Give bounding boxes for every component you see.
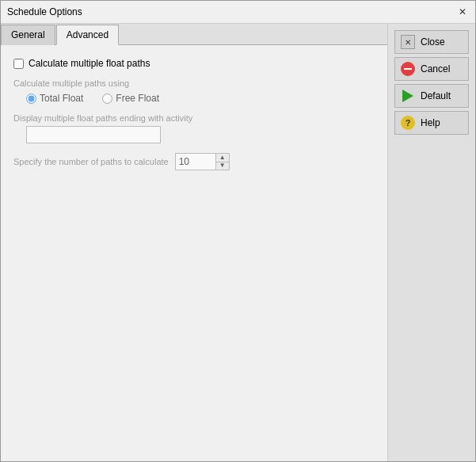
title-bar-close-button[interactable]: ✕ [456, 6, 469, 18]
activity-input[interactable] [26, 126, 161, 143]
calculate-float-paths-label: Calculate multiple float paths [29, 58, 150, 69]
calculate-using-label: Calculate multiple paths using [13, 78, 375, 88]
right-panel: ✕ Close Cancel Default ? Hel [388, 24, 475, 461]
title-bar: Schedule Options ✕ [1, 1, 475, 24]
float-type-radio-group: Total Float Free Float [13, 93, 375, 104]
dialog-body: General Advanced Calculate multiple floa… [1, 24, 475, 461]
spinner-up-button[interactable]: ▲ [216, 154, 229, 162]
default-icon [400, 88, 416, 104]
tab-advanced[interactable]: Advanced [56, 25, 119, 45]
paths-count-label: Specify the number of paths to calculate [13, 157, 169, 166]
activity-section: Display multiple float paths ending with… [13, 113, 375, 143]
float-options-section: Calculate multiple paths using Total Flo… [13, 78, 375, 170]
main-area: General Advanced Calculate multiple floa… [1, 24, 388, 461]
paths-spinner: ▲ ▼ [175, 153, 230, 170]
help-button-label: Help [421, 117, 440, 128]
close-button[interactable]: ✕ Close [394, 30, 469, 54]
tab-content-advanced: Calculate multiple float paths Calculate… [1, 45, 387, 461]
cancel-button[interactable]: Cancel [394, 57, 469, 81]
spinner-down-button[interactable]: ▼ [216, 162, 229, 170]
cancel-icon [400, 61, 416, 77]
schedule-options-dialog: Schedule Options ✕ General Advanced Calc… [0, 0, 476, 462]
spinner-button-group: ▲ ▼ [215, 154, 229, 170]
default-button[interactable]: Default [394, 84, 469, 108]
calculate-float-paths-checkbox[interactable] [13, 59, 24, 69]
tab-general[interactable]: General [1, 25, 55, 45]
total-float-label: Total Float [40, 93, 83, 104]
dialog-title: Schedule Options [7, 6, 82, 17]
paths-count-row: Specify the number of paths to calculate… [13, 153, 375, 170]
total-float-option: Total Float [26, 93, 83, 104]
help-icon: ? [400, 115, 416, 131]
help-button[interactable]: ? Help [394, 111, 469, 135]
free-float-option: Free Float [102, 93, 159, 104]
close-icon: ✕ [400, 34, 416, 50]
tabs-bar: General Advanced [1, 24, 387, 45]
free-float-radio[interactable] [102, 94, 112, 104]
activity-field-label: Display multiple float paths ending with… [13, 113, 375, 123]
default-button-label: Default [421, 90, 451, 101]
close-button-label: Close [421, 36, 445, 48]
paths-spinner-input[interactable] [176, 154, 215, 170]
free-float-label: Free Float [116, 93, 159, 104]
cancel-button-label: Cancel [421, 63, 450, 74]
total-float-radio[interactable] [26, 94, 36, 104]
using-section: Calculate multiple paths using Total Flo… [13, 78, 375, 104]
calculate-float-paths-row: Calculate multiple float paths [13, 58, 375, 69]
